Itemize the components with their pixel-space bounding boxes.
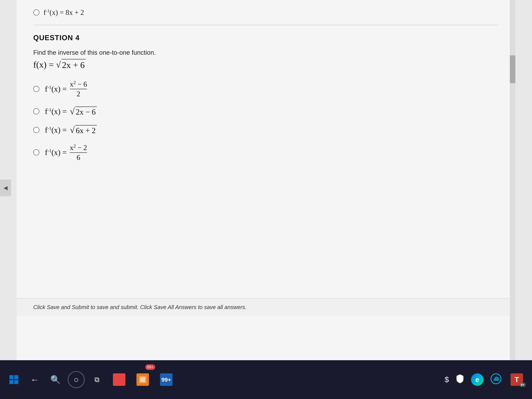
svg-rect-1: [14, 375, 18, 379]
radio-c[interactable]: [33, 127, 39, 133]
formula-a: f-1(x) = x2 − 6 2: [45, 80, 87, 98]
question-prompt: Find the inverse of this one-to-one func…: [33, 49, 499, 56]
start-button[interactable]: [6, 371, 22, 388]
option-a[interactable]: f-1(x) = x2 − 6 2: [33, 80, 499, 98]
back-button[interactable]: ←: [26, 371, 43, 388]
search-button[interactable]: 🔍: [47, 371, 64, 388]
dollar-tray-icon[interactable]: $: [443, 374, 450, 386]
t-app-badge: 9+: [519, 382, 526, 387]
sqrt-b: √ 2x − 6: [70, 106, 97, 116]
edge-tray-icon[interactable]: e: [470, 372, 485, 387]
main-content: f-1(x) = 8x + 2 QUESTION 4 Find the inve…: [17, 0, 515, 360]
sqrt-expression: √ 2x + 6: [56, 59, 86, 70]
formula-b: f-1(x) = √ 2x − 6: [45, 106, 97, 116]
option-c[interactable]: f-1(x) = √ 6x + 2: [33, 125, 499, 135]
circle-settings-icon[interactable]: [489, 372, 503, 387]
question-label: QUESTION 4: [33, 33, 499, 42]
footer-text: Click Save and Submit to save and submit…: [33, 304, 499, 310]
fraction-a: x2 − 6 2: [70, 80, 87, 98]
svg-rect-3: [14, 380, 18, 384]
t-app-icon: T 9+: [511, 373, 523, 386]
option-b[interactable]: f-1(x) = √ 2x − 6: [33, 106, 499, 116]
formula-c: f-1(x) = √ 6x + 2: [45, 125, 97, 135]
app-badge-99: 99+: [145, 364, 155, 370]
radio-a[interactable]: [33, 86, 39, 92]
taskbar-app-orange[interactable]: 99+: [133, 366, 152, 393]
fraction-d: x2 − 2 6: [70, 143, 87, 161]
prev-answer-formula: f-1(x) = 8x + 2: [44, 8, 84, 17]
scrollbar[interactable]: [510, 0, 515, 360]
red-app-icon: [113, 373, 125, 386]
taskbar-app-red[interactable]: [109, 366, 129, 393]
orange-app-icon: [136, 373, 149, 386]
security-tray-icon[interactable]: [454, 373, 466, 387]
answer-options: f-1(x) = x2 − 6 2 f-1(x) = √ 2x − 6: [33, 80, 499, 162]
taskbar-app-browser[interactable]: 99+: [157, 366, 176, 393]
question-4-section: QUESTION 4 Find the inverse of this one-…: [33, 33, 499, 162]
sqrt-c: √ 6x + 2: [70, 125, 97, 135]
taskbar: ← 🔍 ○ ⧉ 99+ 99+ $: [0, 360, 532, 399]
radio-option-prev[interactable]: [33, 9, 39, 16]
option-d[interactable]: f-1(x) = x2 − 2 6: [33, 143, 499, 161]
formula-d: f-1(x) = x2 − 2 6: [45, 143, 87, 161]
radio-b[interactable]: [33, 108, 39, 114]
prev-answer-section: f-1(x) = 8x + 2: [33, 8, 499, 25]
footer-bar: Click Save and Submit to save and submit…: [17, 298, 515, 316]
taskbar-t-app[interactable]: T 9+: [507, 366, 526, 393]
radio-d[interactable]: [33, 149, 39, 155]
browser-icon: 99+: [160, 373, 172, 386]
system-tray: $ e T 9+: [443, 366, 526, 393]
svg-rect-0: [9, 375, 13, 379]
svg-text:99+: 99+: [161, 377, 171, 383]
edge-icon: e: [471, 373, 483, 386]
svg-rect-2: [9, 380, 13, 384]
svg-rect-5: [140, 377, 145, 382]
cortana-button[interactable]: ○: [68, 371, 84, 388]
left-arrow-indicator: ◄: [0, 180, 11, 196]
task-view-button[interactable]: ⧉: [89, 371, 105, 388]
question-function: f(x) = √ 2x + 6: [33, 59, 499, 70]
scroll-thumb[interactable]: [510, 55, 515, 83]
